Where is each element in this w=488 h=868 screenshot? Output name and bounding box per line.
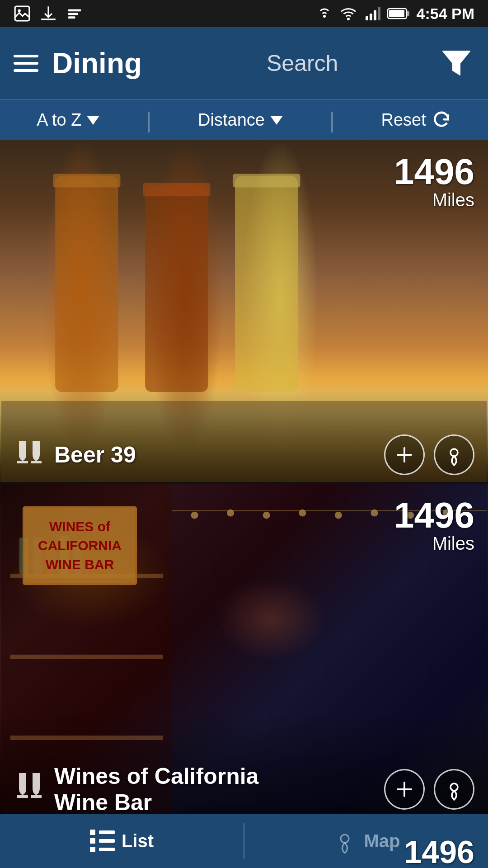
sort-divider-2: | <box>329 107 335 133</box>
svg-rect-16 <box>53 174 120 188</box>
card-footer-wines: Wines of California Wine Bar <box>0 753 488 826</box>
svg-point-40 <box>335 512 342 519</box>
venue-type-icon <box>14 439 45 471</box>
svg-point-5 <box>324 16 325 17</box>
wine-bar-sign: WINES ofCALIFORNIAWINE BAR <box>23 506 137 585</box>
svg-rect-15 <box>55 176 118 392</box>
svg-point-6 <box>347 19 349 20</box>
venue-name-wines-container: Wines of California Wine Bar <box>54 763 384 816</box>
svg-rect-8 <box>370 14 372 20</box>
add-button-wines[interactable] <box>384 769 425 810</box>
sort-distance-button[interactable]: Distance <box>189 106 292 134</box>
map-button-wines[interactable] <box>434 769 474 810</box>
svg-point-1 <box>18 9 21 12</box>
reset-label: Reset <box>381 110 426 130</box>
wine-sign-text: WINES ofCALIFORNIAWINE BAR <box>38 517 122 574</box>
app-header: Dining <box>0 27 488 99</box>
venues-list: 1496 Miles Beer 39 <box>0 140 488 868</box>
venue-type-icon-wines <box>14 771 45 808</box>
sort-az-label: A to Z <box>37 110 81 130</box>
az-dropdown-icon <box>87 116 99 125</box>
page-title: Dining <box>52 47 253 80</box>
ocr-icon <box>66 5 83 22</box>
svg-rect-29 <box>10 736 163 740</box>
svg-rect-3 <box>68 13 78 15</box>
svg-rect-20 <box>233 174 300 188</box>
map-button-beer39[interactable] <box>434 434 474 475</box>
distance-unit-wines: Miles <box>394 533 474 554</box>
distance-badge-beer39: 1496 Miles <box>394 154 474 210</box>
status-icons-left <box>14 5 83 22</box>
distance-number-partial: 1496 <box>404 836 474 868</box>
venue-card-beer39[interactable]: 1496 Miles Beer 39 <box>0 140 488 484</box>
svg-rect-28 <box>10 655 163 659</box>
distance-number: 1496 <box>394 154 474 190</box>
venue-name-wines-line1: Wines of California <box>54 763 384 789</box>
nfc-icon <box>316 5 333 22</box>
card-footer-beer39: Beer 39 <box>0 428 488 482</box>
svg-rect-17 <box>145 185 208 392</box>
hamburger-button[interactable] <box>14 55 38 72</box>
svg-point-38 <box>263 512 270 519</box>
distance-unit: Miles <box>394 190 474 210</box>
distance-number-wines: 1496 <box>394 497 474 533</box>
download-icon <box>40 5 57 22</box>
card-actions <box>384 434 474 475</box>
wifi-icon <box>339 5 357 22</box>
svg-point-24 <box>450 449 458 456</box>
distance-dropdown-icon <box>270 116 283 125</box>
nav-list-label: List <box>122 831 154 851</box>
venue-name-beer39: Beer 39 <box>54 442 384 468</box>
svg-rect-19 <box>235 176 298 392</box>
svg-rect-10 <box>378 7 380 20</box>
reset-button[interactable]: Reset <box>372 106 460 135</box>
svg-rect-18 <box>143 183 210 197</box>
search-input[interactable] <box>267 50 425 76</box>
sort-az-button[interactable]: A to Z <box>28 106 108 134</box>
sort-bar: A to Z | Distance | Reset <box>0 99 488 140</box>
svg-rect-9 <box>374 10 376 21</box>
card-actions-wines <box>384 769 474 810</box>
svg-rect-12 <box>407 11 409 16</box>
svg-point-39 <box>299 509 306 517</box>
status-bar: 4:54 PM <box>0 0 488 27</box>
time-display: 4:54 PM <box>417 5 475 23</box>
sort-distance-label: Distance <box>198 110 265 130</box>
svg-point-54 <box>341 835 349 843</box>
venue-name-wines-line2: Wine Bar <box>54 789 384 816</box>
distance-badge-wines: 1496 Miles <box>394 497 474 554</box>
svg-rect-2 <box>68 9 81 12</box>
svg-rect-0 <box>15 6 29 21</box>
reset-icon <box>432 110 451 130</box>
filter-button[interactable] <box>438 44 474 82</box>
nav-map-label: Map <box>364 831 400 851</box>
svg-point-37 <box>227 509 234 517</box>
list-nav-icon <box>90 830 115 852</box>
svg-rect-13 <box>389 10 404 17</box>
signal-icon <box>364 5 380 22</box>
gallery-icon <box>14 5 31 22</box>
battery-icon <box>387 7 410 20</box>
add-button-beer39[interactable] <box>384 434 425 475</box>
status-icons-right: 4:54 PM <box>316 5 475 23</box>
svg-marker-14 <box>443 51 470 75</box>
map-nav-icon <box>333 829 357 854</box>
venue-card-wines-california[interactable]: WINES ofCALIFORNIAWINE BAR 1496 Miles Wi… <box>0 484 488 827</box>
svg-rect-4 <box>68 16 75 19</box>
svg-point-41 <box>371 509 378 517</box>
distance-badge-partial: 1496 <box>404 836 474 868</box>
sort-divider-1: | <box>146 107 152 133</box>
svg-point-36 <box>191 512 198 519</box>
svg-point-46 <box>450 783 458 791</box>
svg-rect-7 <box>366 16 368 20</box>
